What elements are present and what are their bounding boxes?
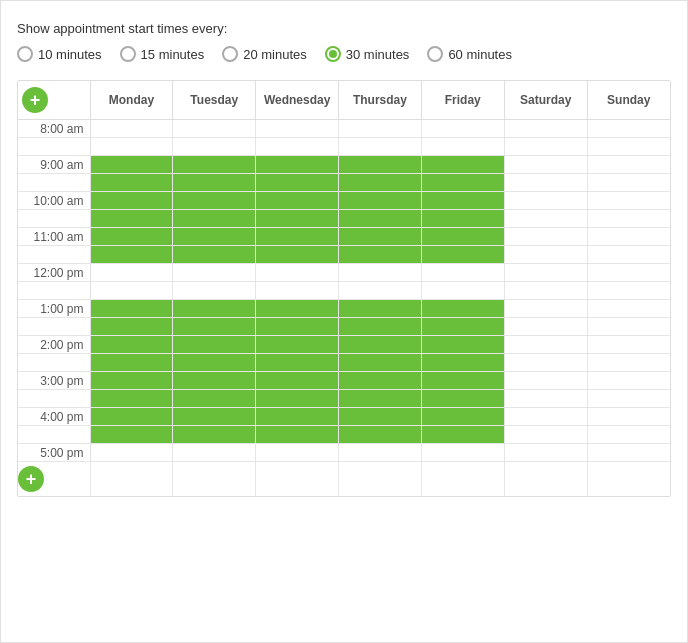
cell-9-0-4[interactable] bbox=[421, 444, 504, 462]
cell-8-0-5[interactable] bbox=[504, 408, 587, 426]
cell-4-1-4[interactable] bbox=[421, 282, 504, 300]
cell-7-0-6[interactable] bbox=[587, 372, 670, 390]
cell-1-0-4[interactable] bbox=[421, 156, 504, 174]
cell-6-1-3[interactable] bbox=[339, 354, 422, 372]
cell-2-1-3[interactable] bbox=[339, 210, 422, 228]
cell-4-1-3[interactable] bbox=[339, 282, 422, 300]
cell-9-0-1[interactable] bbox=[173, 444, 256, 462]
cell-1-1-0[interactable] bbox=[90, 174, 173, 192]
cell-7-1-6[interactable] bbox=[587, 390, 670, 408]
cell-7-1-5[interactable] bbox=[504, 390, 587, 408]
cell-2-0-0[interactable] bbox=[90, 192, 173, 210]
cell-8-1-4[interactable] bbox=[421, 426, 504, 444]
radio-30min[interactable]: 30 minutes bbox=[325, 46, 410, 62]
cell-3-1-5[interactable] bbox=[504, 246, 587, 264]
cell-6-0-6[interactable] bbox=[587, 336, 670, 354]
cell-4-1-5[interactable] bbox=[504, 282, 587, 300]
cell-5-1-6[interactable] bbox=[587, 318, 670, 336]
cell-5-0-3[interactable] bbox=[339, 300, 422, 318]
cell-3-0-6[interactable] bbox=[587, 228, 670, 246]
cell-5-0-5[interactable] bbox=[504, 300, 587, 318]
cell-4-1-0[interactable] bbox=[90, 282, 173, 300]
cell-3-1-4[interactable] bbox=[421, 246, 504, 264]
cell-6-0-3[interactable] bbox=[339, 336, 422, 354]
cell-4-0-1[interactable] bbox=[173, 264, 256, 282]
cell-6-0-5[interactable] bbox=[504, 336, 587, 354]
cell-6-0-1[interactable] bbox=[173, 336, 256, 354]
cell-4-1-6[interactable] bbox=[587, 282, 670, 300]
cell-5-0-1[interactable] bbox=[173, 300, 256, 318]
cell-7-0-5[interactable] bbox=[504, 372, 587, 390]
cell-0-0-5[interactable] bbox=[504, 120, 587, 138]
cell-1-0-6[interactable] bbox=[587, 156, 670, 174]
cell-8-1-5[interactable] bbox=[504, 426, 587, 444]
cell-4-0-5[interactable] bbox=[504, 264, 587, 282]
cell-7-0-1[interactable] bbox=[173, 372, 256, 390]
cell-2-1-4[interactable] bbox=[421, 210, 504, 228]
cell-3-0-2[interactable] bbox=[256, 228, 339, 246]
cell-2-1-0[interactable] bbox=[90, 210, 173, 228]
cell-2-0-6[interactable] bbox=[587, 192, 670, 210]
cell-4-0-4[interactable] bbox=[421, 264, 504, 282]
cell-8-0-2[interactable] bbox=[256, 408, 339, 426]
cell-8-0-3[interactable] bbox=[339, 408, 422, 426]
cell-3-1-6[interactable] bbox=[587, 246, 670, 264]
cell-9-0-3[interactable] bbox=[339, 444, 422, 462]
cell-7-1-2[interactable] bbox=[256, 390, 339, 408]
cell-6-1-4[interactable] bbox=[421, 354, 504, 372]
add-bottom-button[interactable]: + bbox=[18, 466, 44, 492]
cell-5-0-0[interactable] bbox=[90, 300, 173, 318]
cell-4-0-0[interactable] bbox=[90, 264, 173, 282]
cell-5-1-0[interactable] bbox=[90, 318, 173, 336]
cell-3-1-1[interactable] bbox=[173, 246, 256, 264]
cell-8-0-6[interactable] bbox=[587, 408, 670, 426]
cell-6-0-0[interactable] bbox=[90, 336, 173, 354]
cell-5-1-1[interactable] bbox=[173, 318, 256, 336]
cell-2-1-2[interactable] bbox=[256, 210, 339, 228]
cell-0-1-3[interactable] bbox=[339, 138, 422, 156]
cell-0-0-2[interactable] bbox=[256, 120, 339, 138]
cell-6-1-2[interactable] bbox=[256, 354, 339, 372]
cell-7-1-1[interactable] bbox=[173, 390, 256, 408]
cell-2-1-1[interactable] bbox=[173, 210, 256, 228]
cell-6-0-4[interactable] bbox=[421, 336, 504, 354]
cell-0-0-1[interactable] bbox=[173, 120, 256, 138]
cell-5-1-4[interactable] bbox=[421, 318, 504, 336]
cell-1-0-2[interactable] bbox=[256, 156, 339, 174]
cell-1-0-5[interactable] bbox=[504, 156, 587, 174]
cell-1-0-0[interactable] bbox=[90, 156, 173, 174]
cell-3-1-3[interactable] bbox=[339, 246, 422, 264]
cell-6-1-1[interactable] bbox=[173, 354, 256, 372]
cell-1-1-2[interactable] bbox=[256, 174, 339, 192]
cell-8-1-6[interactable] bbox=[587, 426, 670, 444]
cell-1-0-3[interactable] bbox=[339, 156, 422, 174]
cell-2-0-2[interactable] bbox=[256, 192, 339, 210]
cell-8-1-0[interactable] bbox=[90, 426, 173, 444]
add-top-button[interactable]: + bbox=[22, 87, 48, 113]
cell-5-1-5[interactable] bbox=[504, 318, 587, 336]
cell-7-0-2[interactable] bbox=[256, 372, 339, 390]
cell-7-1-3[interactable] bbox=[339, 390, 422, 408]
cell-6-1-0[interactable] bbox=[90, 354, 173, 372]
cell-7-1-0[interactable] bbox=[90, 390, 173, 408]
cell-1-1-4[interactable] bbox=[421, 174, 504, 192]
cell-5-1-3[interactable] bbox=[339, 318, 422, 336]
cell-0-0-6[interactable] bbox=[587, 120, 670, 138]
cell-2-0-4[interactable] bbox=[421, 192, 504, 210]
cell-2-1-5[interactable] bbox=[504, 210, 587, 228]
cell-4-0-2[interactable] bbox=[256, 264, 339, 282]
cell-7-0-4[interactable] bbox=[421, 372, 504, 390]
cell-0-1-5[interactable] bbox=[504, 138, 587, 156]
cell-6-1-5[interactable] bbox=[504, 354, 587, 372]
cell-3-0-4[interactable] bbox=[421, 228, 504, 246]
cell-0-1-6[interactable] bbox=[587, 138, 670, 156]
cell-3-0-1[interactable] bbox=[173, 228, 256, 246]
cell-3-0-3[interactable] bbox=[339, 228, 422, 246]
radio-60min[interactable]: 60 minutes bbox=[427, 46, 512, 62]
cell-5-0-4[interactable] bbox=[421, 300, 504, 318]
cell-2-0-5[interactable] bbox=[504, 192, 587, 210]
cell-1-1-5[interactable] bbox=[504, 174, 587, 192]
cell-9-0-2[interactable] bbox=[256, 444, 339, 462]
cell-3-1-2[interactable] bbox=[256, 246, 339, 264]
cell-0-0-4[interactable] bbox=[421, 120, 504, 138]
